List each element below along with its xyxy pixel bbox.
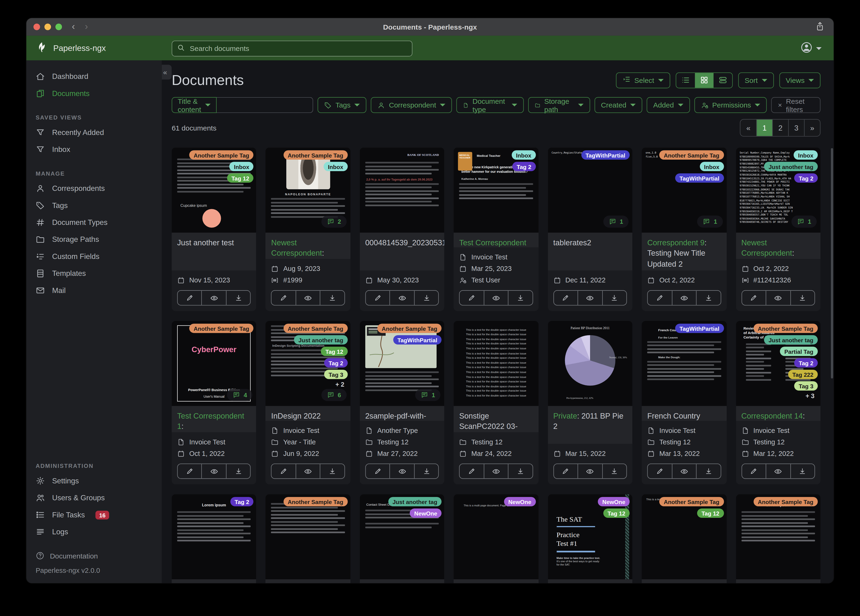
card-correspondent[interactable]: Correspondent 14 xyxy=(741,412,803,420)
tag-pill[interactable]: Tag 12 xyxy=(697,509,723,518)
sidebar-item-users-groups[interactable]: Users & Groups xyxy=(26,489,162,506)
sidebar-item-tags[interactable]: Tags xyxy=(26,197,162,214)
document-card[interactable]: Review ofof Arbitral AwardsCertainty of … xyxy=(736,321,821,484)
tag-pill[interactable]: Another Sample Tag xyxy=(283,324,348,333)
tag-pill[interactable]: TagWithPartial xyxy=(581,150,630,160)
card-correspondent[interactable]: Newest Correspondent xyxy=(271,238,322,258)
card-title-block[interactable] xyxy=(642,579,727,583)
edit-button[interactable] xyxy=(178,291,202,305)
download-button[interactable] xyxy=(414,291,438,305)
download-button[interactable] xyxy=(790,291,814,305)
comments-badge[interactable]: 2 xyxy=(321,215,347,228)
edit-button[interactable] xyxy=(366,464,390,478)
card-title-block[interactable] xyxy=(454,579,538,583)
comments-badge[interactable]: 1 xyxy=(791,215,817,228)
view-button[interactable] xyxy=(766,464,790,478)
card-title-block[interactable] xyxy=(266,579,350,583)
edit-button[interactable] xyxy=(648,464,672,478)
document-card[interactable]: The SATPracticeTest #1Make time to take … xyxy=(548,494,632,583)
document-card[interactable]: Lorem ipsumAnother Sample Tag xyxy=(736,494,821,583)
edit-button[interactable] xyxy=(272,291,296,305)
card-title-block[interactable]: Newest Correspondent: Sample100.csv xyxy=(736,233,821,259)
document-thumbnail[interactable]: This is a test for the double space char… xyxy=(454,321,538,406)
sidebar-item-settings[interactable]: Settings xyxy=(26,472,162,489)
tag-pill[interactable]: TagWithPartial xyxy=(675,324,723,333)
tag-pill[interactable]: Another Sample Tag xyxy=(377,324,442,333)
filter-tags-button[interactable]: Tags xyxy=(317,97,366,113)
document-thumbnail[interactable]: MEDICAL TEACHERMedical TeacherHas the ne… xyxy=(454,148,538,233)
comments-badge[interactable]: 4 xyxy=(227,389,253,401)
sidebar-item-storage-paths[interactable]: Storage Paths xyxy=(26,231,162,248)
tag-pill[interactable]: Just another tag xyxy=(764,162,818,171)
document-thumbnail[interactable]: NAPOLEON BONAPARTEAnother Sample TagInbo… xyxy=(266,148,350,233)
card-title-block[interactable]: Private: 2011 BP Pie 2 xyxy=(548,406,632,444)
edit-button[interactable] xyxy=(648,291,672,305)
pagination-first-button[interactable]: « xyxy=(741,119,756,136)
document-card[interactable]: Country,Region/State,TagWithPartial1tabl… xyxy=(548,148,632,311)
sidebar-item-dashboard[interactable]: Dashboard xyxy=(26,68,162,85)
download-button[interactable] xyxy=(320,464,344,478)
document-card[interactable]: This is a testAnother Sample TagTag 12 xyxy=(642,494,727,583)
document-thumbnail[interactable]: The SATPracticeTest #1Make time to take … xyxy=(548,494,632,579)
comments-badge[interactable]: 1 xyxy=(697,215,723,228)
card-correspondent[interactable]: Correspondent 9 xyxy=(647,238,705,247)
card-title-block[interactable]: tablerates2 xyxy=(548,233,632,270)
document-thumbnail[interactable]: InDesign Scripting DocumentationAnother … xyxy=(266,321,350,406)
card-title-block[interactable]: Correspondent 9: Testing New Title Updat… xyxy=(642,233,727,270)
document-card[interactable]: Serial Number,Company Name,Employ9788189… xyxy=(736,148,821,311)
tag-pill[interactable]: Another Sample Tag xyxy=(189,324,254,333)
card-title-block[interactable] xyxy=(736,579,821,583)
download-button[interactable] xyxy=(602,291,626,305)
document-card[interactable]: InDesign Scripting DocumentationAnother … xyxy=(266,321,350,484)
scrollbar[interactable] xyxy=(831,148,833,379)
tag-pill[interactable]: Just another tag xyxy=(764,335,818,345)
view-button[interactable] xyxy=(578,291,602,305)
tag-pill[interactable]: Another Sample Tag xyxy=(659,497,723,506)
card-title-block[interactable]: Newest Correspondent: H7_Napoleon_Bonapa… xyxy=(266,233,350,259)
download-button[interactable] xyxy=(226,464,250,478)
tag-pill[interactable]: Inbox xyxy=(700,162,724,171)
document-thumbnail[interactable]: Contact Sheet DemoJust another tagNewOne xyxy=(360,494,444,579)
document-card[interactable]: NAPOLEON BONAPARTEAnother Sample TagInbo… xyxy=(266,148,350,311)
download-button[interactable] xyxy=(320,291,344,305)
download-button[interactable] xyxy=(790,464,814,478)
tag-pill[interactable]: Inbox xyxy=(229,162,254,171)
comments-badge[interactable]: 1 xyxy=(415,389,441,401)
edit-button[interactable] xyxy=(460,291,484,305)
sidebar-item-inbox[interactable]: Inbox xyxy=(26,141,162,158)
tag-pill[interactable]: Tag 2 xyxy=(324,358,348,368)
share-icon[interactable] xyxy=(815,21,825,33)
grid-view-button[interactable] xyxy=(695,73,713,88)
document-thumbnail[interactable]: This is a multi page document. Page 1.Ne… xyxy=(454,494,538,579)
tag-pill[interactable]: TagWithPartial xyxy=(675,173,723,183)
card-title-block[interactable]: Just another test xyxy=(171,233,256,270)
pagination-page-2[interactable]: 2 xyxy=(772,119,788,136)
view-button[interactable] xyxy=(766,291,790,305)
tag-pill[interactable]: NewOne xyxy=(410,509,442,518)
sidebar-item-file-tasks[interactable]: File Tasks16 xyxy=(26,506,162,523)
view-button[interactable] xyxy=(390,464,414,478)
search-field-selector[interactable]: Title & content xyxy=(171,97,217,113)
download-button[interactable] xyxy=(602,464,626,478)
download-button[interactable] xyxy=(508,464,532,478)
search-input[interactable] xyxy=(189,44,412,53)
view-button[interactable] xyxy=(202,291,226,305)
tag-pill[interactable]: Another Sample Tag xyxy=(283,150,348,160)
card-title-block[interactable]: Test Correspondent 1: [paperless] test p… xyxy=(454,233,538,247)
card-correspondent[interactable]: Test Correspondent 1 xyxy=(459,238,526,247)
tag-pill[interactable]: TagWithPartial xyxy=(393,335,442,345)
sidebar-item-correspondents[interactable]: Correspondents xyxy=(26,180,162,197)
card-title-block[interactable]: Sonstige ScanPC2022 03-24_081058 xyxy=(454,406,538,432)
reset-filters-button[interactable]: ×Reset filters xyxy=(771,97,820,113)
card-correspondent[interactable]: Test Correspondent 1 xyxy=(177,412,244,431)
document-card[interactable]: CyberPowerPowerPanel® Business EditionUs… xyxy=(171,321,256,484)
document-thumbnail[interactable]: Adobe Acrobat PDF FilesCupcake ipsumAnot… xyxy=(171,148,256,233)
sidebar-item-document-types[interactable]: Document Types xyxy=(26,214,162,231)
edit-button[interactable] xyxy=(554,291,578,305)
sidebar-item-templates[interactable]: Templates xyxy=(26,265,162,282)
document-card[interactable]: Another Sample TagTagWithPartial12sample… xyxy=(360,321,444,484)
document-thumbnail[interactable]: Lorem ipsumAnother Sample Tag xyxy=(736,494,821,579)
card-title-block[interactable]: Correspondent 14: Review-of-New-York-Fed… xyxy=(736,406,821,421)
document-card[interactable]: Lorem ipsumTag 2 xyxy=(171,494,256,583)
edit-button[interactable] xyxy=(272,464,296,478)
